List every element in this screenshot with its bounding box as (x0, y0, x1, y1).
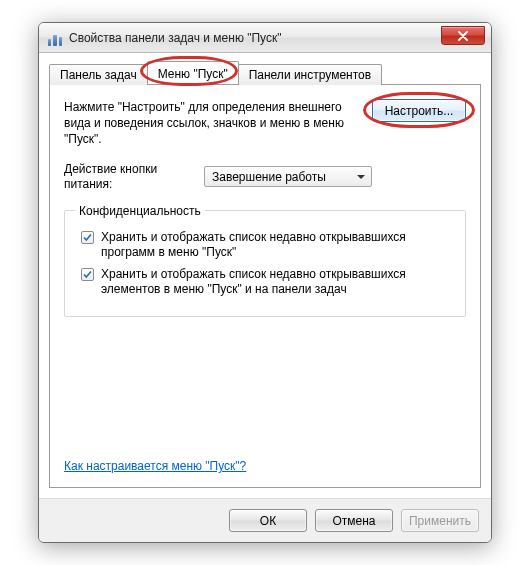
button-label: Применить (409, 514, 471, 528)
instruction-row: Нажмите "Настроить" для определения внеш… (64, 99, 466, 148)
close-icon (458, 31, 468, 41)
privacy-group: Конфиденциальность Хранить и отображать … (64, 204, 466, 317)
button-label: Отмена (332, 514, 375, 528)
checkbox-recent-programs[interactable] (81, 231, 94, 244)
dialog-footer: ОК Отмена Применить (39, 498, 491, 542)
checkmark-icon (82, 269, 93, 280)
tab-label: Меню "Пуск" (158, 67, 228, 81)
tabstrip: Панель задач Меню "Пуск" Панели инструме… (49, 61, 481, 84)
power-action-label: Действие кнопки питания: (64, 162, 204, 192)
power-action-value: Завершение работы (212, 170, 357, 184)
titlebar[interactable]: Свойства панели задач и меню "Пуск" (39, 23, 491, 53)
ok-button[interactable]: ОК (229, 509, 307, 532)
tab-label: Панель задач (60, 68, 137, 82)
tab-page: Нажмите "Настроить" для определения внеш… (49, 84, 481, 488)
help-link[interactable]: Как настраивается меню "Пуск"? (64, 459, 466, 473)
chevron-down-icon (357, 175, 365, 179)
tab-toolbars[interactable]: Панели инструментов (238, 64, 382, 85)
tab-start-menu[interactable]: Меню "Пуск" (147, 61, 239, 84)
checkmark-icon (82, 232, 93, 243)
checkbox-row-recent-programs: Хранить и отображать список недавно откр… (81, 230, 455, 261)
privacy-legend: Конфиденциальность (75, 204, 205, 218)
close-button[interactable] (441, 26, 485, 45)
button-label: ОК (260, 514, 276, 528)
taskbar-properties-icon (47, 30, 63, 46)
window-body: Панель задач Меню "Пуск" Панели инструме… (39, 53, 491, 498)
spacer (64, 317, 466, 459)
tab-label: Панели инструментов (249, 68, 371, 82)
checkbox-recent-items[interactable] (81, 268, 94, 281)
instruction-text: Нажмите "Настроить" для определения внеш… (64, 99, 372, 148)
power-action-combo[interactable]: Завершение работы (204, 166, 372, 187)
configure-button-label: Настроить... (385, 104, 454, 118)
cancel-button[interactable]: Отмена (315, 509, 393, 532)
configure-button[interactable]: Настроить... (372, 99, 466, 122)
checkbox-row-recent-items: Хранить и отображать список недавно откр… (81, 267, 455, 298)
power-action-row: Действие кнопки питания: Завершение рабо… (64, 162, 466, 192)
checkbox-label: Хранить и отображать список недавно откр… (101, 230, 455, 261)
tab-taskbar[interactable]: Панель задач (49, 64, 148, 85)
window-title: Свойства панели задач и меню "Пуск" (69, 31, 282, 45)
checkbox-label: Хранить и отображать список недавно откр… (101, 267, 455, 298)
properties-window: Свойства панели задач и меню "Пуск" Пане… (38, 22, 492, 543)
apply-button: Применить (401, 509, 479, 532)
